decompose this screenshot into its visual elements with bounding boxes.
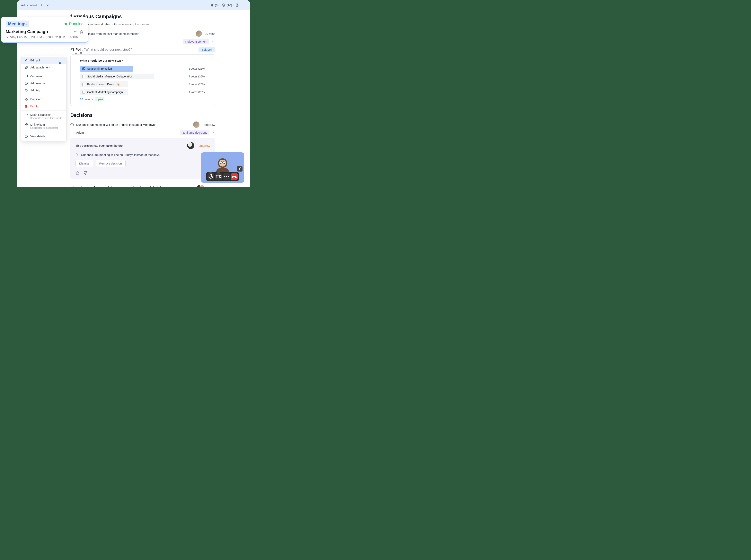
more-icon[interactable] (74, 30, 78, 34)
svg-line-40 (58, 61, 59, 61)
dismiss-button[interactable]: Dismiss (76, 160, 93, 167)
tag-icon (24, 88, 28, 92)
video-thumbnail[interactable]: ⌃ ⌃ (201, 152, 244, 183)
radio-icon[interactable] (70, 186, 74, 187)
rt-taken-before: This decision has been taken before (76, 144, 123, 147)
avatar-stack (198, 185, 205, 186)
svg-marker-53 (220, 175, 221, 178)
poll-bar[interactable]: Seasonal Promotion (80, 66, 133, 72)
radio-icon[interactable] (70, 123, 74, 126)
poll-option-label: Social Media Influencer Collaboration (87, 75, 133, 78)
poll-bar[interactable]: Content Marketing Campaign (80, 89, 128, 95)
svg-point-27 (26, 83, 26, 83)
ctx-view-details[interactable]: View details (21, 133, 66, 140)
decision-text: Assignment of responsibilities for the e… (76, 186, 165, 187)
poll-option[interactable]: Product Launch Event4 votes (20%) (80, 81, 206, 87)
remove-decision-button[interactable]: Remove desicion (96, 160, 125, 167)
svg-point-8 (238, 5, 239, 6)
chevron-down-icon[interactable] (211, 40, 215, 43)
ctx-label: Edit poll (30, 59, 40, 62)
checkbox-icon[interactable] (82, 91, 85, 94)
poll-option[interactable]: Seasonal Promotion5 votes (25%) (80, 66, 206, 72)
topbar-count-2[interactable]: (10) (222, 3, 232, 7)
rt-text-row: Our check-up meeting will be on Fridays … (76, 153, 210, 157)
realtime-decisions-chip[interactable]: Real-time decisions (180, 130, 209, 135)
ctx-label: Make collapsible (30, 113, 51, 116)
page-title: f Previous Campaigns (70, 14, 215, 19)
ctx-separator (21, 95, 66, 95)
ctx-label: Duplicate (30, 98, 42, 101)
topbar: Add content: (6) (10) (17, 0, 250, 10)
svg-point-39 (26, 136, 26, 136)
ctx-make-collapsible[interactable]: Make collapsible Show/hide related items… (21, 112, 66, 121)
ctx-sublabel: Link related items together (30, 126, 58, 129)
mc-row1: Meetings Running (6, 21, 83, 27)
more-button[interactable] (223, 173, 230, 180)
topbar-right: (6) (10) (210, 3, 246, 7)
link-icon (24, 123, 28, 126)
ctx-duplicate[interactable]: Duplicate (21, 96, 66, 103)
plus-icon[interactable] (40, 3, 43, 7)
poll-card: What should be our next step? Seasonal P… (70, 54, 215, 106)
rt-tomorrow: Tomorrow (197, 144, 210, 147)
ctx-add-reaction[interactable]: Add reaction (21, 80, 66, 87)
more-icon[interactable] (243, 3, 246, 7)
ctx-delete[interactable]: Delete (21, 103, 66, 110)
avatar (187, 142, 194, 149)
star-icon[interactable] (80, 30, 83, 34)
mic-button[interactable]: ⌃ (207, 173, 214, 180)
collapse-icon (24, 113, 28, 117)
poll-votes: 7 votes (35%) (189, 75, 206, 78)
chevron-down-icon[interactable] (46, 3, 49, 7)
video-collapse-button[interactable] (237, 166, 243, 172)
poll-bar[interactable]: Product Launch Event (80, 81, 128, 87)
ctx-comment[interactable]: Comment (21, 73, 66, 80)
chevron-up-icon[interactable] (211, 131, 215, 134)
hangup-button[interactable] (231, 173, 238, 180)
mc-row2: Marketing Campaign (6, 29, 83, 34)
decision-row[interactable]: Assignment of responsibilities for the e… (70, 185, 215, 186)
checkbox-icon[interactable] (82, 83, 85, 86)
poll-option[interactable]: Social Media Influencer Collaboration7 v… (80, 74, 206, 79)
total-votes[interactable]: 20 votes (80, 98, 90, 101)
ctx-label: Add reaction (30, 82, 46, 85)
ctx-link-to-item[interactable]: Link to item Link related items together (21, 121, 66, 131)
context-menu: Edit poll Add attachment Comment Add rea… (21, 56, 66, 141)
svg-rect-30 (26, 99, 27, 100)
relevant-row: iAdam Relevant content (70, 39, 215, 44)
poll-option[interactable]: Content Marketing Campaign4 votes (20%) (80, 89, 206, 95)
checkbox-icon[interactable] (82, 75, 85, 78)
camera-button[interactable]: ⌃ (215, 173, 222, 180)
meeting-title: Marketing Campaign (6, 29, 48, 34)
poll-label: Poll: (76, 48, 83, 52)
decisions-heading: Decisions (70, 113, 215, 118)
svg-point-28 (26, 83, 27, 83)
poll-icon (70, 48, 74, 52)
meetings-badge[interactable]: Meetings (6, 21, 29, 27)
stack-icon (210, 3, 214, 7)
ctx-label: Link to item (30, 123, 45, 126)
cursor-click-icon (57, 60, 63, 66)
decision-text: Our check-up meeting will be on Fridays … (76, 123, 156, 126)
document-icon[interactable] (236, 3, 239, 7)
meeting-card: Meetings Running Marketing Campaign Sund… (1, 17, 88, 43)
relevant-content-chip[interactable]: Relevant content (183, 39, 209, 44)
comment-icon (24, 75, 28, 78)
thumbs-down-icon[interactable] (83, 171, 88, 175)
status-label: Running (69, 22, 83, 26)
smile-icon (24, 82, 28, 85)
checkbox-icon[interactable] (82, 67, 85, 70)
edit-poll-button[interactable]: Edit poll (199, 47, 215, 53)
decision-row[interactable]: Our check-up meeting will be on Fridays … (70, 121, 215, 128)
ctx-add-tag[interactable]: Add tag (21, 87, 66, 94)
svg-point-22 (74, 32, 75, 32)
decision-due: Tomorrow (202, 123, 215, 126)
add-content-label: Add content: (21, 3, 38, 7)
poll-bar[interactable]: Social Media Influencer Collaboration (80, 74, 154, 79)
topbar-count-1[interactable]: (6) (210, 3, 219, 7)
poll-votes: 4 votes (20%) (189, 91, 206, 94)
chevron-up-icon[interactable]: ⌃ (217, 172, 220, 174)
thumbs-up-icon[interactable] (76, 171, 80, 175)
count2-label: (10) (227, 3, 232, 7)
chevron-up-icon[interactable]: ⌃ (209, 172, 212, 174)
